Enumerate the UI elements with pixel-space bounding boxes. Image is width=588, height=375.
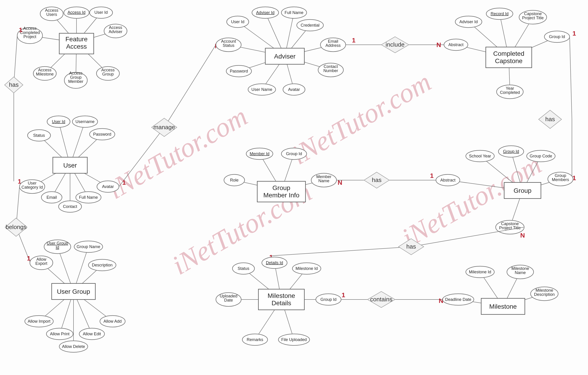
svg-text:N: N [436,41,441,48]
svg-text:Status: Status [238,266,249,271]
svg-line-94 [164,45,216,127]
svg-text:Allow Add: Allow Add [103,319,122,324]
entity-user: User User Id Username Password Status Us… [20,116,119,212]
svg-text:Allow Print: Allow Print [50,332,69,336]
svg-text:Abstract: Abstract [448,42,463,47]
svg-text:CapstoneProject Title: CapstoneProject Title [499,222,521,230]
svg-text:AccessUsers: AccessUsers [45,8,58,17]
entity-feature-access: FeatureAccess AccessUsers Access Id User… [17,7,127,88]
svg-text:MilestoneDescription: MilestoneDescription [534,288,555,297]
svg-text:Adviser Id: Adviser Id [459,20,478,24]
svg-text:Details Id: Details Id [266,261,283,265]
svg-text:Allow Edit: Allow Edit [83,332,101,336]
svg-text:Contact: Contact [63,204,77,209]
svg-text:MilestoneDetails: MilestoneDetails [268,292,295,307]
svg-text:Group Id: Group Id [320,297,336,302]
svg-text:Role: Role [230,178,238,182]
svg-text:Allow Import: Allow Import [28,319,50,324]
svg-text:has: has [372,176,381,183]
svg-text:CapstoneProject Title: CapstoneProject Title [522,11,544,20]
entity-adviser: Adviser Adviser Id Full Name Credential … [216,7,346,95]
svg-text:MemberName: MemberName [316,174,331,183]
svg-text:Group Id: Group Id [286,152,302,156]
svg-line-202 [270,247,411,256]
svg-text:1: 1 [430,172,434,179]
svg-text:1: 1 [19,26,22,33]
svg-text:1: 1 [27,255,31,262]
svg-text:ContactNumber: ContactNumber [323,64,338,73]
svg-text:Member Id: Member Id [250,152,269,156]
svg-text:Access Id: Access Id [68,10,85,15]
watermark: iNetTutor.com [103,101,253,205]
svg-text:Group Name: Group Name [76,244,100,249]
svg-text:1: 1 [352,37,356,44]
svg-text:Status: Status [33,133,45,138]
svg-text:Milestone Id: Milestone Id [295,266,318,271]
svg-text:1: 1 [342,292,345,299]
svg-text:Record Id: Record Id [491,11,509,16]
svg-text:AccessGroupMember: AccessGroupMember [68,71,83,84]
svg-text:User Name: User Name [251,87,272,92]
svg-text:Group: Group [514,187,532,194]
svg-text:Abstract: Abstract [440,178,455,182]
svg-text:Group Code: Group Code [530,154,552,158]
svg-text:Email: Email [46,195,57,200]
svg-text:CompletedCapstone: CompletedCapstone [493,50,524,64]
svg-text:Avatar: Avatar [102,184,114,189]
svg-text:Username: Username [75,119,94,124]
svg-line-156 [570,37,572,119]
er-diagram: iNetTutor.com iNetTutor.com iNetTutor.co… [0,0,588,375]
entity-milestone-details: MilestoneDetails Status Details Id Miles… [216,257,341,345]
svg-text:Description: Description [92,263,113,267]
svg-text:Remarks: Remarks [247,337,263,342]
svg-text:manage: manage [153,124,175,131]
svg-text:User Id: User Id [94,10,108,15]
svg-text:User Id: User Id [52,119,65,124]
svg-text:Group Id: Group Id [503,149,519,154]
svg-text:File Uploaded: File Uploaded [281,337,307,342]
svg-text:AccessMilestone: AccessMilestone [36,68,53,76]
feature-access-label: FeatureAccess [65,36,88,50]
entity-completed-capstone: CompletedCapstone Adviser Id Record Id C… [444,8,570,99]
svg-text:User Group: User Group [57,288,90,295]
svg-text:AccessGroup: AccessGroup [101,68,115,76]
svg-text:User Id: User Id [231,20,244,24]
svg-text:1: 1 [122,179,126,186]
svg-text:AllowExport: AllowExport [35,257,47,266]
svg-text:Full Name: Full Name [284,10,304,15]
svg-text:Milestone Id: Milestone Id [469,270,491,274]
svg-text:Password: Password [230,69,248,73]
svg-text:N: N [338,179,342,186]
svg-text:Credential: Credential [301,23,319,28]
svg-text:has: has [406,243,416,250]
svg-text:contains: contains [370,296,393,303]
svg-text:include: include [386,41,404,48]
svg-text:AccessAdviser: AccessAdviser [109,25,122,34]
svg-text:Milestone: Milestone [489,303,517,310]
svg-text:Deadline Date: Deadline Date [445,297,471,302]
svg-text:1: 1 [572,30,576,37]
rel-has-label: has [9,81,19,88]
watermark: iNetTutor.com [286,66,436,171]
svg-text:User: User [63,162,77,169]
entity-user-group: User Group User GroupId Group Name Descr… [25,240,125,352]
svg-text:N: N [520,232,525,239]
svg-text:Adviser Id: Adviser Id [256,10,274,15]
svg-text:Allow Delete: Allow Delete [62,344,85,349]
svg-text:has: has [545,116,555,122]
svg-text:School Year: School Year [469,154,491,158]
svg-text:Adviser: Adviser [274,53,295,60]
svg-text:AccountStatus: AccountStatus [221,39,236,48]
svg-text:Full Name: Full Name [79,195,98,200]
entity-milestone: Milestone Milestone Id MilestoneName Mil… [443,265,558,314]
svg-text:belongs: belongs [6,223,26,230]
svg-text:Group Id: Group Id [549,34,565,39]
svg-text:Password: Password [93,132,111,137]
svg-text:Avatar: Avatar [288,87,300,92]
